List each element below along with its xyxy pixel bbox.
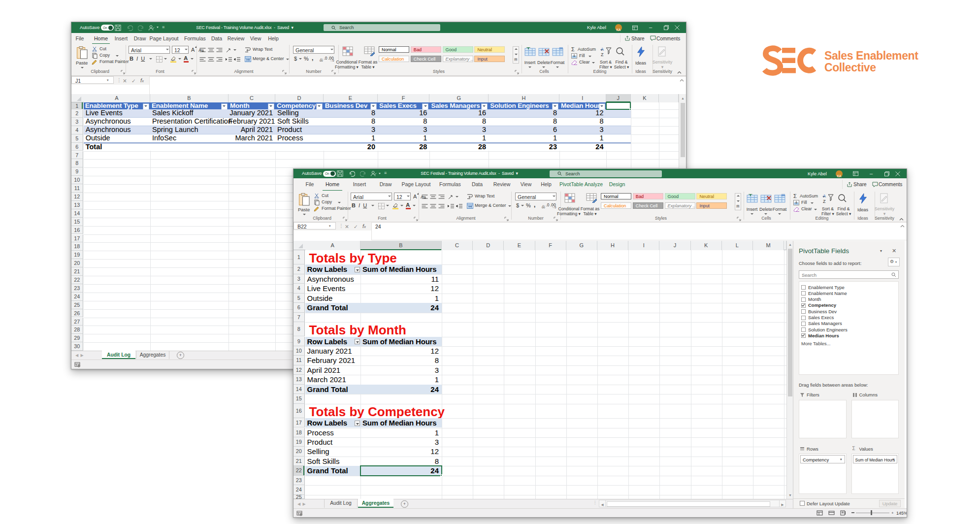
svg-text:Sales Enablement: Sales Enablement bbox=[824, 49, 918, 62]
svg-text:Z: Z bbox=[601, 52, 604, 57]
svg-text:Z: Z bbox=[823, 199, 826, 204]
svg-text:Collective: Collective bbox=[824, 61, 876, 74]
svg-text:A: A bbox=[823, 194, 826, 198]
svg-text:A: A bbox=[601, 47, 604, 52]
